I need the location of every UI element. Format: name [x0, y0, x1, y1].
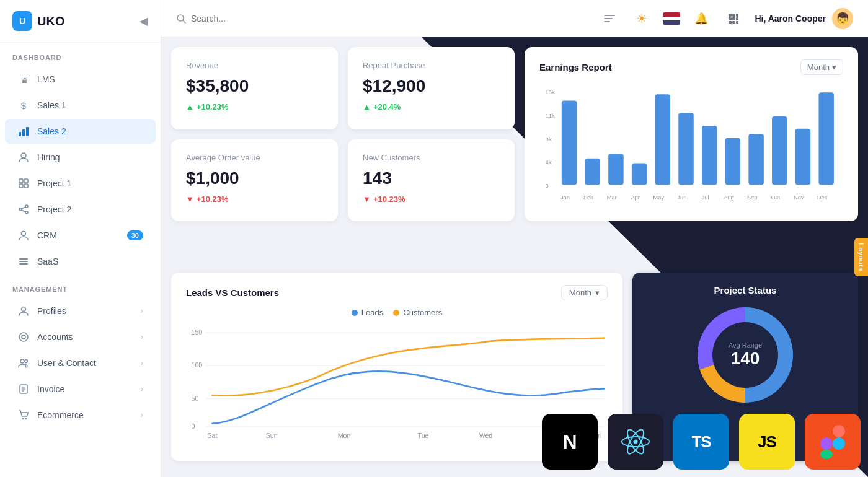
svg-text:0: 0 [192, 422, 195, 430]
revenue-arrow-icon: ▲ [186, 102, 194, 112]
bar-chart-svg: 15k 11k 8k 4k 0 [539, 85, 843, 209]
javascript-icon[interactable]: JS [739, 414, 795, 470]
customers-legend-item: Customers [393, 308, 442, 317]
month-selector[interactable]: Month ▾ [800, 59, 843, 75]
svg-text:Nov: Nov [794, 194, 804, 201]
svg-text:11k: 11k [545, 112, 554, 119]
new-customers-label: New Customers [363, 153, 500, 162]
sidebar-item-crm[interactable]: CRM 30 [5, 223, 156, 248]
svg-point-17 [22, 307, 26, 312]
leads-legend-label: Leads [361, 308, 383, 317]
svg-rect-39 [728, 21, 732, 24]
sidebar-item-project1-left: Project 1 [17, 177, 71, 190]
svg-rect-15 [19, 261, 28, 262]
profiles-chevron: › [141, 307, 143, 315]
svg-line-11 [22, 207, 25, 209]
sidebar-item-user-contact[interactable]: User & Contact › [5, 351, 156, 375]
invoice-icon [17, 383, 30, 395]
svg-text:15k: 15k [545, 89, 554, 95]
svg-point-19 [22, 335, 25, 339]
svg-rect-49 [608, 154, 624, 185]
svg-text:Sun: Sun [266, 432, 278, 439]
sidebar-section-dashboard: DASHBOARD [0, 43, 161, 66]
sidebar-item-hiring[interactable]: Hiring [5, 145, 156, 170]
svg-rect-5 [24, 179, 28, 183]
content-area: Revenue $35,800 ▲ +10.23% Repeat Purchas… [161, 37, 868, 477]
month-selector-chevron-icon: ▾ [832, 63, 836, 72]
profiles-icon [17, 305, 30, 317]
svg-rect-47 [562, 101, 577, 185]
sidebar-item-accounts[interactable]: Accounts › [5, 325, 156, 349]
sidebar-item-profiles[interactable]: Profiles › [5, 299, 156, 323]
svg-rect-40 [732, 21, 735, 24]
sidebar-item-ecommerce[interactable]: Ecommerce › [5, 403, 156, 427]
svg-rect-33 [728, 14, 732, 17]
sidebar-collapse-button[interactable]: ◀ [140, 14, 148, 28]
apps-btn[interactable] [722, 7, 745, 30]
invoice-label: Invoice [37, 384, 64, 394]
ecommerce-label: Ecommerce [37, 410, 84, 420]
svg-rect-54 [725, 138, 741, 185]
sidebar-item-project2[interactable]: Project 2 [5, 197, 156, 222]
sidebar: U UKO ◀ DASHBOARD 🖥 LMS $ Sales 1 Sal [0, 0, 161, 477]
language-flag[interactable] [663, 12, 680, 25]
svg-text:4k: 4k [545, 159, 551, 165]
user-info[interactable]: Hi, Aaron Cooper 👦 [755, 8, 853, 29]
svg-rect-51 [655, 94, 671, 185]
svg-rect-98 [820, 450, 833, 459]
new-customers-value: 143 [363, 168, 500, 188]
svg-text:Dec: Dec [817, 194, 828, 201]
svg-rect-16 [19, 263, 28, 265]
sidebar-item-crm-left: CRM [17, 229, 57, 242]
sidebar-item-profiles-left: Profiles [17, 305, 66, 317]
theme-toggle-btn[interactable]: ☀ [631, 7, 653, 30]
search-input[interactable] [191, 14, 377, 24]
sidebar-item-lms[interactable]: 🖥 LMS [5, 67, 156, 92]
typescript-icon[interactable]: TS [673, 414, 729, 470]
layouts-tab-wrapper: Layouts [854, 238, 868, 276]
earnings-card: Earnings Report Month ▾ 15k 11k 8k 4k [525, 47, 858, 221]
header-actions: ☀ 🔔 Hi, Aaron Cooper 👦 [598, 7, 853, 30]
project2-label: Project 2 [37, 204, 71, 214]
sidebar-item-accounts-left: Accounts [17, 331, 73, 343]
svg-text:Sep: Sep [747, 194, 758, 201]
svg-text:Feb: Feb [583, 194, 593, 201]
project1-icon [17, 177, 30, 190]
sidebar-item-invoice[interactable]: Invoice › [5, 377, 156, 401]
sidebar-item-saas[interactable]: SaaS [5, 249, 156, 274]
svg-line-29 [183, 20, 185, 23]
svg-text:0: 0 [545, 182, 548, 189]
ecommerce-chevron: › [141, 411, 143, 419]
lms-icon: 🖥 [17, 73, 30, 85]
layouts-tab[interactable]: Layouts [854, 238, 868, 276]
notifications-btn[interactable]: 🔔 [690, 7, 712, 30]
svg-point-93 [634, 440, 638, 444]
revenue-change: ▲ +10.23% [186, 102, 323, 112]
svg-text:8k: 8k [545, 136, 551, 142]
ecommerce-icon [17, 409, 30, 421]
user-name: Hi, Aaron Cooper [755, 14, 826, 24]
svg-text:Mar: Mar [607, 194, 617, 201]
leads-period-selector[interactable]: Month ▾ [561, 285, 608, 300]
sidebar-item-sales2[interactable]: Sales 2 [5, 119, 156, 144]
donut-center: Avg Range 140 [728, 341, 762, 369]
sidebar-item-project2-left: Project 2 [17, 203, 71, 216]
menu-icon-btn[interactable] [598, 7, 621, 30]
avg-order-arrow-icon: ▼ [186, 195, 194, 204]
revenue-value: $35,800 [186, 76, 323, 96]
logo[interactable]: U UKO [12, 11, 64, 31]
svg-rect-95 [833, 425, 845, 437]
svg-text:100: 100 [192, 361, 203, 369]
svg-text:50: 50 [192, 395, 199, 402]
avg-order-label: Average Order value [186, 153, 323, 162]
figma-icon[interactable] [805, 414, 861, 470]
repeat-purchase-change: ▲ +20.4% [363, 102, 500, 112]
svg-rect-2 [26, 127, 29, 136]
earnings-header: Earnings Report Month ▾ [539, 59, 843, 75]
revenue-label: Revenue [186, 61, 323, 70]
leads-header: Leads VS Customers Month ▾ [186, 285, 608, 300]
sidebar-item-project1[interactable]: Project 1 [5, 171, 156, 196]
nextjs-icon[interactable]: N [542, 414, 598, 470]
react-icon[interactable] [608, 414, 663, 470]
sidebar-item-sales1[interactable]: $ Sales 1 [5, 93, 156, 118]
